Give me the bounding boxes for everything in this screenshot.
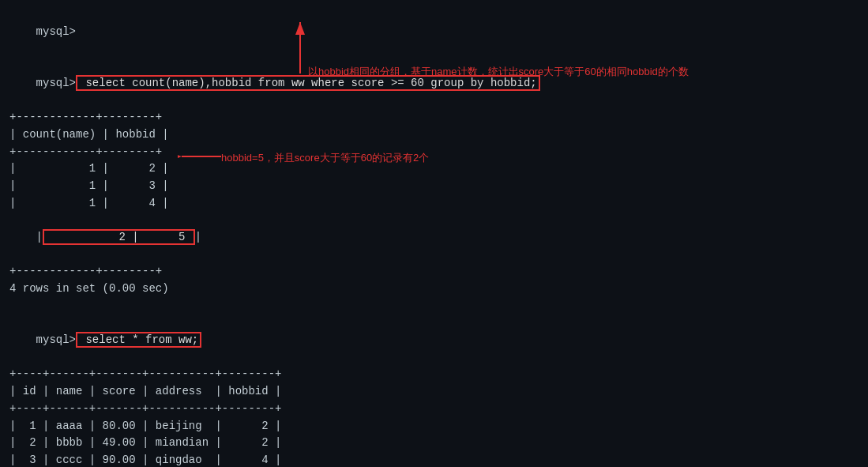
empty-line-1 [9, 298, 859, 315]
table2-row2: | 2 | bbbb | 49.00 | miandian | 2 | [9, 435, 859, 452]
table1-row2: | 1 | 3 | [9, 178, 859, 195]
terminal: mysql> mysql> select count(name),hobbid … [0, 0, 868, 467]
query-line-2: mysql> select * from ww; [9, 314, 859, 366]
table1-row1: | 1 | 2 | [9, 160, 859, 178]
row4-highlighted: 2 | 5 [43, 229, 195, 245]
annotation1-text: 以hobbid相同的分组，基于name计数，统计出score大于等于60的相同h… [308, 65, 689, 79]
table2-sep1: +----+------+-------+----------+--------… [9, 366, 859, 383]
table1-sep1: +------------+--------+ [9, 109, 859, 126]
annotation2-text: hobbid=5，并且score大于等于60的记录有2个 [221, 151, 429, 165]
table2-header: | id | name | score | address | hobbid | [9, 383, 859, 401]
table1-sep2: +------------+--------+ [9, 144, 859, 161]
table2-row1: | 1 | aaaa | 80.00 | beijing | 2 | [9, 418, 859, 435]
table2-sep2: +----+------+-------+----------+--------… [9, 401, 859, 418]
table2-row3: | 3 | cccc | 90.00 | qingdao | 4 | [9, 452, 859, 467]
row4-pre: | [36, 231, 43, 243]
query2-box: select * from ww; [76, 332, 201, 348]
table1-header: | count(name) | hobbid | [9, 126, 859, 144]
table1-sep3: +------------+--------+ [9, 263, 859, 281]
table1-row3: | 1 | 4 | [9, 195, 859, 213]
table1-row4: | 2 | 5 | [9, 212, 859, 263]
prompt-1: mysql> [36, 25, 76, 38]
prompt-2: mysql> [36, 77, 76, 89]
prompt-line-1: mysql> [9, 6, 859, 58]
prompt-3: mysql> [36, 333, 76, 346]
result1-info: 4 rows in set (0.00 sec) [9, 281, 859, 298]
